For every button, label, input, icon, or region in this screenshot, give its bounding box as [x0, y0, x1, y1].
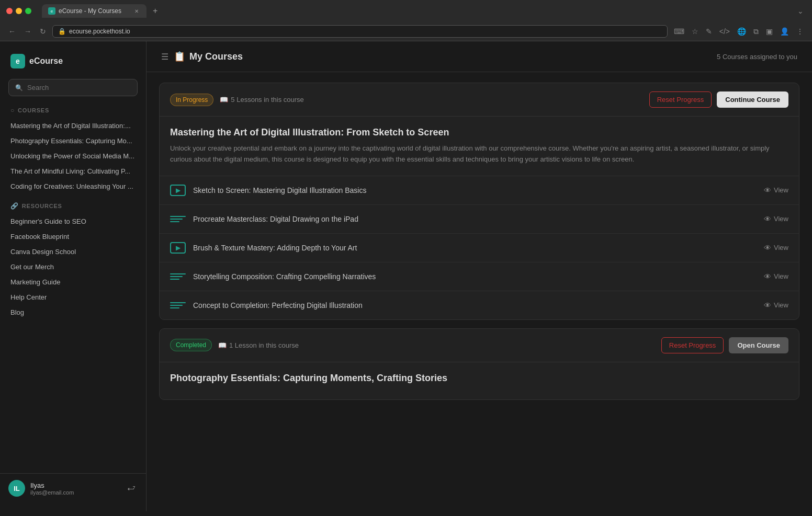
course-1-body: Mastering the Art of Digital Illustratio… — [160, 117, 799, 176]
lesson-title-4: Storytelling Composition: Crafting Compe… — [193, 272, 376, 281]
lesson-count-2: 📖 1 Lesson in this course — [218, 341, 299, 349]
sidebar-item-canva[interactable]: Canva Design School — [0, 244, 146, 259]
sidebar-item-course-1[interactable]: Mastering the Art of Digital Illustratio… — [0, 118, 146, 133]
course-1-title: Mastering the Art of Digital Illustratio… — [170, 127, 788, 138]
reset-progress-button-1[interactable]: Reset Progress — [649, 91, 712, 108]
lesson-text-icon-5 — [170, 300, 186, 311]
courses-icon: ○ — [10, 107, 15, 114]
lesson-video-icon-3: ▶ — [170, 242, 186, 254]
main-content: ☰ 📋 My Courses 5 Courses assigned to you… — [146, 41, 812, 511]
sidebar-item-help[interactable]: Help Center — [0, 290, 146, 305]
resources-icon: 🔗 — [10, 202, 19, 210]
lesson-title-3: Brush & Texture Mastery: Adding Depth to… — [193, 244, 357, 252]
forward-button[interactable]: → — [22, 25, 33, 38]
sidebar-item-course-4[interactable]: The Art of Mindful Living: Cultivating P… — [0, 164, 146, 179]
eye-icon-5: 👁 — [764, 301, 771, 309]
sidebar-item-seo[interactable]: Beginner's Guide to SEO — [0, 214, 146, 229]
user-name: Ilyas — [30, 481, 74, 489]
lesson-row-4[interactable]: Storytelling Composition: Crafting Compe… — [160, 262, 799, 291]
refresh-button[interactable]: ↻ — [38, 25, 48, 38]
browser-icon-1[interactable]: 🌐 — [735, 26, 748, 37]
status-badge-2: Completed — [170, 339, 212, 351]
eye-icon-3: 👁 — [764, 244, 771, 252]
browser-tab[interactable]: e eCourse - My Courses ✕ — [42, 4, 146, 18]
user-info: IL Ilyas ilyas@email.com — [8, 480, 74, 497]
open-course-button-2[interactable]: Open Course — [729, 337, 788, 353]
sidebar-item-course-2[interactable]: Photography Essentials: Capturing Mo... — [0, 133, 146, 148]
courses-count: 5 Courses assigned to you — [717, 53, 797, 61]
search-input[interactable] — [27, 84, 131, 91]
continue-course-button-1[interactable]: Continue Course — [717, 91, 788, 108]
url-text: ecourse.pockethost.io — [69, 28, 130, 35]
content-area: In Progress 📖 5 Lessons in this course R… — [146, 72, 812, 419]
book-icon-1: 📖 — [220, 96, 228, 104]
new-tab-button[interactable]: + — [149, 4, 162, 18]
tab-title: eCourse - My Courses — [59, 7, 121, 15]
sidebar-item-merch[interactable]: Get our Merch — [0, 259, 146, 274]
course-2-title: Photography Essentials: Capturing Moment… — [170, 373, 788, 384]
search-box[interactable]: 🔍 — [8, 79, 138, 96]
tab-favicon-icon: e — [48, 7, 55, 15]
course-card-1: In Progress 📖 5 Lessons in this course R… — [159, 83, 799, 320]
lesson-title-1: Sketch to Screen: Mastering Digital Illu… — [193, 186, 366, 194]
page-title: 📋 My Courses — [174, 51, 243, 62]
avatar: IL — [8, 480, 25, 497]
search-icon: 🔍 — [15, 84, 23, 91]
back-button[interactable]: ← — [6, 25, 18, 38]
address-bar[interactable]: 🔒 ecourse.pockethost.io — [52, 25, 668, 38]
lesson-row-2[interactable]: Procreate Masterclass: Digital Drawing o… — [160, 204, 799, 233]
lesson-row-5[interactable]: Concept to Completion: Perfecting Digita… — [160, 291, 799, 319]
extensions-button[interactable]: ⌨ — [672, 26, 686, 37]
lesson-text-icon-2 — [170, 213, 186, 225]
sidebar-footer: IL Ilyas ilyas@email.com ⮐ — [0, 473, 146, 503]
sidebar: e eCourse 🔍 ○ COURSES Mastering the Art … — [0, 41, 146, 511]
sidebar-toggle-button[interactable]: ▣ — [764, 26, 775, 37]
logout-button[interactable]: ⮐ — [125, 481, 138, 495]
page-title-icon: 📋 — [174, 51, 185, 62]
profile-button[interactable]: 👤 — [778, 26, 791, 37]
book-icon-2: 📖 — [218, 341, 227, 349]
edit-button[interactable]: ✎ — [704, 26, 714, 37]
code-button[interactable]: </> — [717, 26, 732, 37]
status-badge-1: In Progress — [170, 94, 213, 106]
view-link-1[interactable]: 👁 View — [764, 186, 788, 194]
lesson-title-2: Procreate Masterclass: Digital Drawing o… — [193, 215, 358, 223]
bookmark-button[interactable]: ☆ — [690, 26, 701, 37]
sidebar-item-blog[interactable]: Blog — [0, 305, 146, 320]
course-card-2: Completed 📖 1 Lesson in this course Rese… — [159, 328, 799, 400]
eye-icon-4: 👁 — [764, 272, 771, 281]
hamburger-button[interactable]: ☰ — [161, 52, 168, 62]
sidebar-item-course-3[interactable]: Unlocking the Power of Social Media M... — [0, 148, 146, 164]
course-1-description: Unlock your creative potential and embar… — [170, 143, 788, 165]
sidebar-item-course-5[interactable]: Coding for Creatives: Unleashing Your ..… — [0, 179, 146, 194]
user-email: ilyas@email.com — [30, 489, 74, 496]
main-header: ☰ 📋 My Courses 5 Courses assigned to you — [146, 41, 812, 72]
sidebar-item-marketing[interactable]: Marketing Guide — [0, 274, 146, 290]
lesson-count-1: 📖 5 Lessons in this course — [220, 96, 303, 104]
minimize-window-button[interactable] — [16, 8, 22, 14]
extension-button[interactable]: ⧉ — [751, 26, 761, 37]
sidebar-logo: e eCourse — [0, 50, 146, 79]
course-1-header: In Progress 📖 5 Lessons in this course R… — [160, 83, 799, 117]
lesson-text-icon-4 — [170, 271, 186, 282]
resources-section-label: 🔗 RESOURCES — [0, 202, 146, 214]
menu-button[interactable]: ⋮ — [794, 26, 806, 37]
tab-close-button[interactable]: ✕ — [133, 7, 140, 15]
courses-section-label: ○ COURSES — [0, 107, 146, 118]
logo-text: eCourse — [29, 56, 63, 66]
course-2-body: Photography Essentials: Capturing Moment… — [160, 362, 799, 399]
view-link-4[interactable]: 👁 View — [764, 272, 788, 281]
view-link-2[interactable]: 👁 View — [764, 215, 788, 223]
view-link-5[interactable]: 👁 View — [764, 301, 788, 309]
lesson-row-3[interactable]: ▶ Brush & Texture Mastery: Adding Depth … — [160, 233, 799, 262]
lock-icon: 🔒 — [58, 28, 66, 35]
lesson-row-1[interactable]: ▶ Sketch to Screen: Mastering Digital Il… — [160, 176, 799, 204]
maximize-window-button[interactable] — [25, 8, 31, 14]
sidebar-item-facebook[interactable]: Facebook Blueprint — [0, 229, 146, 244]
view-link-3[interactable]: 👁 View — [764, 244, 788, 252]
tab-dropdown-button[interactable]: ⌄ — [795, 6, 806, 16]
close-window-button[interactable] — [6, 8, 13, 14]
lesson-title-5: Concept to Completion: Perfecting Digita… — [193, 301, 363, 309]
reset-progress-button-2[interactable]: Reset Progress — [661, 337, 724, 353]
eye-icon-1: 👁 — [764, 186, 771, 194]
